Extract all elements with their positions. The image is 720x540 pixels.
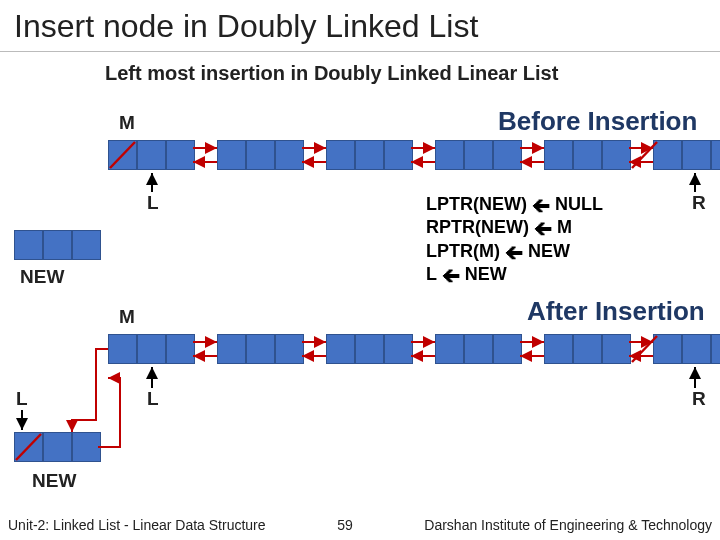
- node-cell: [137, 140, 166, 170]
- label-r-after: R: [692, 388, 706, 410]
- node-cell: [711, 140, 720, 170]
- gap: [304, 140, 326, 170]
- node-cell: [217, 140, 246, 170]
- after-insertion-heading: After Insertion: [527, 296, 705, 327]
- slide-number: 59: [266, 517, 425, 533]
- node-cell: [246, 140, 275, 170]
- label-new-before: NEW: [20, 266, 64, 288]
- node-cell: [602, 140, 631, 170]
- node-cell: [384, 334, 413, 364]
- list-before: [108, 140, 720, 170]
- label-l-after-mid: L: [147, 388, 159, 410]
- gap: [195, 140, 217, 170]
- label-l-after-left: L: [16, 388, 28, 410]
- label-r-before: R: [692, 192, 706, 214]
- label-m-after: M: [119, 306, 135, 328]
- node-cell: [275, 140, 304, 170]
- node-cell: [573, 334, 602, 364]
- node-cell: [217, 334, 246, 364]
- left-arrow-icon: 🡨: [442, 265, 460, 288]
- node-cell: [682, 140, 711, 170]
- node-cell: [653, 334, 682, 364]
- gap: [631, 334, 653, 364]
- node-cell: [43, 230, 72, 260]
- node-cell: [72, 432, 101, 462]
- node-cell: [166, 334, 195, 364]
- node-cell: [573, 140, 602, 170]
- node-cell: [493, 334, 522, 364]
- step-3: LPTR(M) 🡨 NEW: [426, 240, 603, 263]
- list-after: [108, 334, 720, 364]
- left-arrow-icon: 🡨: [505, 242, 523, 265]
- footer-left: Unit-2: Linked List - Linear Data Struct…: [0, 517, 266, 533]
- gap: [195, 334, 217, 364]
- node-cell: [653, 140, 682, 170]
- slide-subtitle: Left most insertion in Doubly Linked Lin…: [105, 62, 558, 85]
- gap: [631, 140, 653, 170]
- node-cell: [711, 334, 720, 364]
- node-cell: [43, 432, 72, 462]
- gap: [413, 334, 435, 364]
- node-cell: [14, 230, 43, 260]
- new-node-before: [14, 230, 101, 260]
- node-cell: [384, 140, 413, 170]
- node-cell: [14, 432, 43, 462]
- node-cell: [682, 334, 711, 364]
- node-cell: [326, 140, 355, 170]
- label-l-before: L: [147, 192, 159, 214]
- node-cell: [108, 334, 137, 364]
- label-m-before: M: [119, 112, 135, 134]
- node-cell: [275, 334, 304, 364]
- left-arrow-icon: 🡨: [534, 218, 552, 241]
- gap: [522, 334, 544, 364]
- footer: Unit-2: Linked List - Linear Data Struct…: [0, 510, 720, 540]
- slide-title: Insert node in Doubly Linked List: [0, 0, 720, 52]
- algorithm-steps: LPTR(NEW) 🡨 NULL RPTR(NEW) 🡨 M LPTR(M) 🡨…: [426, 193, 603, 287]
- node-cell: [435, 334, 464, 364]
- node-cell: [137, 334, 166, 364]
- node-cell: [246, 334, 275, 364]
- node-cell: [166, 140, 195, 170]
- left-arrow-icon: 🡨: [532, 195, 550, 218]
- gap: [522, 140, 544, 170]
- node-cell: [602, 334, 631, 364]
- step-1: LPTR(NEW) 🡨 NULL: [426, 193, 603, 216]
- gap: [304, 334, 326, 364]
- node-cell: [544, 334, 573, 364]
- node-cell: [464, 140, 493, 170]
- label-new-after: NEW: [32, 470, 76, 492]
- node-cell: [435, 140, 464, 170]
- gap: [413, 140, 435, 170]
- step-4: L 🡨 NEW: [426, 263, 603, 286]
- before-insertion-heading: Before Insertion: [498, 106, 697, 137]
- node-cell: [72, 230, 101, 260]
- node-cell: [326, 334, 355, 364]
- node-cell: [108, 140, 137, 170]
- node-cell: [355, 334, 384, 364]
- step-2: RPTR(NEW) 🡨 M: [426, 216, 603, 239]
- node-cell: [493, 140, 522, 170]
- footer-right: Darshan Institute of Engineering & Techn…: [424, 517, 720, 533]
- node-cell: [544, 140, 573, 170]
- node-cell: [464, 334, 493, 364]
- node-cell: [355, 140, 384, 170]
- new-node-after: [14, 432, 101, 462]
